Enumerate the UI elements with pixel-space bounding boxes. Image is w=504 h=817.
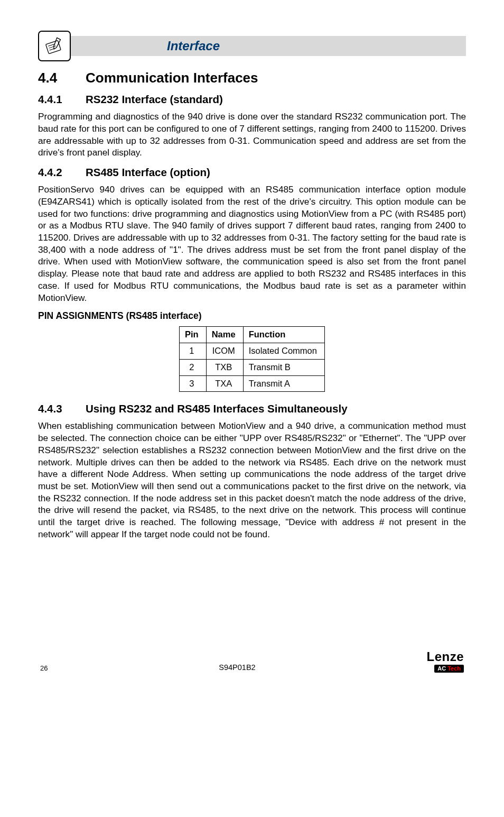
table-row: 1 ICOM Isolated Common (180, 343, 325, 360)
cell-func: Isolated Common (243, 343, 324, 360)
subsection-number: 4.4.1 (38, 92, 86, 106)
table-row: 2 TXB Transmit B (180, 359, 325, 375)
cell-func: Transmit A (243, 375, 324, 392)
col-function: Function (243, 327, 324, 343)
section-number: 4.4 (38, 69, 86, 87)
page-banner: Interface (38, 36, 466, 56)
svg-rect-0 (46, 41, 61, 54)
document-icon (38, 31, 71, 61)
subsection-442-body: PositionServo 940 drives can be equipped… (38, 183, 466, 304)
sub-brand: AC Tech (434, 665, 464, 672)
sub-brand-ac: AC (437, 665, 446, 672)
cell-name: TXB (206, 359, 243, 375)
document-code: S94P01B2 (48, 663, 426, 673)
subsection-443-heading: 4.4.3 Using RS232 and RS485 Interfaces S… (38, 401, 466, 416)
table-header-row: Pin Name Function (180, 327, 325, 343)
subsection-number: 4.4.3 (38, 401, 86, 416)
cell-pin: 3 (180, 375, 207, 392)
subsection-number: 4.4.2 (38, 165, 86, 179)
cell-func: Transmit B (243, 359, 324, 375)
banner-title: Interface (167, 38, 220, 54)
cell-pin: 1 (180, 343, 207, 360)
subsection-443-body: When establishing communication between … (38, 420, 466, 540)
page-number: 26 (40, 664, 48, 673)
section-heading: 4.4 Communication Interfaces (38, 69, 466, 87)
subsection-442-heading: 4.4.2 RS485 Interface (option) (38, 165, 466, 179)
cell-name: ICOM (206, 343, 243, 360)
subsection-title: RS232 Interface (standard) (86, 92, 223, 106)
write-icon (44, 35, 65, 57)
section-title: Communication Interfaces (86, 69, 258, 87)
cell-name: TXA (206, 375, 243, 392)
subsection-title: RS485 Interface (option) (86, 165, 210, 179)
col-name: Name (206, 327, 243, 343)
col-pin: Pin (180, 327, 207, 343)
table-row: 3 TXA Transmit A (180, 375, 325, 392)
pins-table: Pin Name Function 1 ICOM Isolated Common… (179, 326, 325, 392)
subsection-441-heading: 4.4.1 RS232 Interface (standard) (38, 92, 466, 106)
sub-brand-tech: Tech (446, 665, 461, 672)
brand-name: Lenze (426, 651, 464, 663)
subsection-title: Using RS232 and RS485 Interfaces Simulta… (86, 401, 348, 416)
svg-line-2 (49, 46, 55, 48)
brand-logo: Lenze AC Tech (426, 651, 464, 672)
cell-pin: 2 (180, 359, 207, 375)
subsection-441-body: Programming and diagnostics of the 940 d… (38, 111, 466, 159)
table-title: PIN ASSIGNMENTS (RS485 interface) (38, 310, 466, 322)
